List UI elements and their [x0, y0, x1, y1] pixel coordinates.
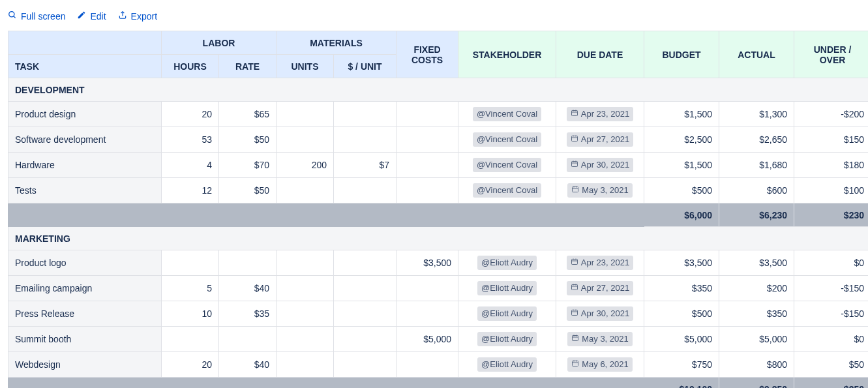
- cell-due[interactable]: Apr 27, 2021: [556, 127, 644, 153]
- cell-units[interactable]: [277, 178, 334, 203]
- stakeholder-chip[interactable]: @Vincent Coval: [473, 107, 541, 121]
- cell-hours[interactable]: 10: [162, 301, 219, 327]
- cell-actual[interactable]: $600: [719, 178, 794, 203]
- cell-units[interactable]: [277, 250, 334, 276]
- cell-budget[interactable]: $500: [644, 301, 719, 327]
- cell-budget[interactable]: $3,500: [644, 250, 719, 276]
- cell-rate[interactable]: [219, 327, 277, 352]
- date-chip[interactable]: May 3, 2021: [567, 332, 633, 346]
- date-chip[interactable]: Apr 30, 2021: [567, 306, 633, 321]
- cell-stakeholder[interactable]: @Vincent Coval: [458, 127, 556, 153]
- cell-actual[interactable]: $3,500: [719, 250, 794, 276]
- cell-diff[interactable]: $180: [794, 153, 869, 178]
- cell-unitprice[interactable]: [334, 102, 397, 127]
- cell-hours[interactable]: 20: [162, 352, 219, 378]
- cell-rate[interactable]: $50: [219, 127, 277, 153]
- cell-fixed[interactable]: [397, 127, 458, 153]
- cell-task[interactable]: Product logo: [8, 250, 162, 276]
- cell-rate[interactable]: $40: [219, 276, 277, 301]
- stakeholder-chip[interactable]: @Eliott Audry: [477, 306, 537, 321]
- cell-diff[interactable]: -$150: [794, 276, 869, 301]
- cell-stakeholder[interactable]: @Eliott Audry: [458, 276, 556, 301]
- cell-budget[interactable]: $1,500: [644, 102, 719, 127]
- date-chip[interactable]: Apr 23, 2021: [567, 107, 633, 121]
- cell-diff[interactable]: $0: [794, 250, 869, 276]
- cell-budget[interactable]: $500: [644, 178, 719, 203]
- stakeholder-chip[interactable]: @Vincent Coval: [473, 183, 541, 198]
- cell-hours[interactable]: 12: [162, 178, 219, 203]
- table-row[interactable]: Product logo$3,500@Eliott AudryApr 23, 2…: [8, 250, 869, 276]
- cell-unitprice[interactable]: $7: [334, 153, 397, 178]
- cell-units[interactable]: 200: [277, 153, 334, 178]
- cell-stakeholder[interactable]: @Eliott Audry: [458, 250, 556, 276]
- cell-task[interactable]: Hardware: [8, 153, 162, 178]
- cell-task[interactable]: Product design: [8, 102, 162, 127]
- cell-fixed[interactable]: [397, 153, 458, 178]
- cell-hours[interactable]: [162, 327, 219, 352]
- cell-actual[interactable]: $200: [719, 276, 794, 301]
- cell-hours[interactable]: 20: [162, 102, 219, 127]
- cell-units[interactable]: [277, 127, 334, 153]
- table-row[interactable]: Summit booth$5,000@Eliott AudryMay 3, 20…: [8, 327, 869, 352]
- date-chip[interactable]: May 6, 2021: [567, 357, 633, 372]
- cell-units[interactable]: [277, 301, 334, 327]
- date-chip[interactable]: Apr 27, 2021: [567, 281, 633, 295]
- cell-task[interactable]: Webdesign: [8, 352, 162, 378]
- cell-unitprice[interactable]: [334, 327, 397, 352]
- cell-fixed[interactable]: [397, 102, 458, 127]
- cell-actual[interactable]: $800: [719, 352, 794, 378]
- cell-units[interactable]: [277, 276, 334, 301]
- cell-due[interactable]: May 3, 2021: [556, 327, 644, 352]
- cell-unitprice[interactable]: [334, 127, 397, 153]
- cell-due[interactable]: Apr 23, 2021: [556, 102, 644, 127]
- cell-due[interactable]: May 3, 2021: [556, 178, 644, 203]
- date-chip[interactable]: Apr 27, 2021: [567, 132, 633, 147]
- cell-fixed[interactable]: [397, 301, 458, 327]
- cell-unitprice[interactable]: [334, 276, 397, 301]
- cell-fixed[interactable]: [397, 352, 458, 378]
- cell-actual[interactable]: $1,300: [719, 102, 794, 127]
- cell-actual[interactable]: $5,000: [719, 327, 794, 352]
- cell-units[interactable]: [277, 327, 334, 352]
- cell-stakeholder[interactable]: @Eliott Audry: [458, 327, 556, 352]
- export-button[interactable]: Export: [118, 10, 157, 22]
- stakeholder-chip[interactable]: @Vincent Coval: [473, 132, 541, 147]
- cell-due[interactable]: Apr 30, 2021: [556, 153, 644, 178]
- cell-task[interactable]: Press Release: [8, 301, 162, 327]
- stakeholder-chip[interactable]: @Eliott Audry: [477, 332, 537, 346]
- stakeholder-chip[interactable]: @Eliott Audry: [477, 281, 537, 295]
- table-row[interactable]: Tests12$50@Vincent CovalMay 3, 2021$500$…: [8, 178, 869, 203]
- cell-rate[interactable]: $70: [219, 153, 277, 178]
- cell-budget[interactable]: $5,000: [644, 327, 719, 352]
- cell-rate[interactable]: $40: [219, 352, 277, 378]
- cell-due[interactable]: Apr 23, 2021: [556, 250, 644, 276]
- cell-budget[interactable]: $2,500: [644, 127, 719, 153]
- cell-hours[interactable]: [162, 250, 219, 276]
- table-row[interactable]: Hardware4$70200$7@Vincent CovalApr 30, 2…: [8, 153, 869, 178]
- cell-unitprice[interactable]: [334, 352, 397, 378]
- cell-stakeholder[interactable]: @Vincent Coval: [458, 178, 556, 203]
- cell-budget[interactable]: $750: [644, 352, 719, 378]
- cell-diff[interactable]: $50: [794, 352, 869, 378]
- cell-units[interactable]: [277, 102, 334, 127]
- fullscreen-button[interactable]: Full screen: [8, 10, 65, 22]
- cell-fixed[interactable]: [397, 178, 458, 203]
- cell-diff[interactable]: $0: [794, 327, 869, 352]
- cell-fixed[interactable]: $5,000: [397, 327, 458, 352]
- cell-rate[interactable]: $35: [219, 301, 277, 327]
- table-row[interactable]: Press Release10$35@Eliott AudryApr 30, 2…: [8, 301, 869, 327]
- cell-hours[interactable]: 5: [162, 276, 219, 301]
- cell-rate[interactable]: $65: [219, 102, 277, 127]
- date-chip[interactable]: Apr 23, 2021: [567, 256, 633, 270]
- cell-due[interactable]: Apr 27, 2021: [556, 276, 644, 301]
- cell-rate[interactable]: $50: [219, 178, 277, 203]
- table-row[interactable]: Software development53$50@Vincent CovalA…: [8, 127, 869, 153]
- stakeholder-chip[interactable]: @Vincent Coval: [473, 158, 541, 172]
- cell-fixed[interactable]: [397, 276, 458, 301]
- stakeholder-chip[interactable]: @Eliott Audry: [477, 256, 537, 270]
- cell-units[interactable]: [277, 352, 334, 378]
- cell-hours[interactable]: 4: [162, 153, 219, 178]
- cell-stakeholder[interactable]: @Eliott Audry: [458, 352, 556, 378]
- cell-due[interactable]: Apr 30, 2021: [556, 301, 644, 327]
- cell-unitprice[interactable]: [334, 301, 397, 327]
